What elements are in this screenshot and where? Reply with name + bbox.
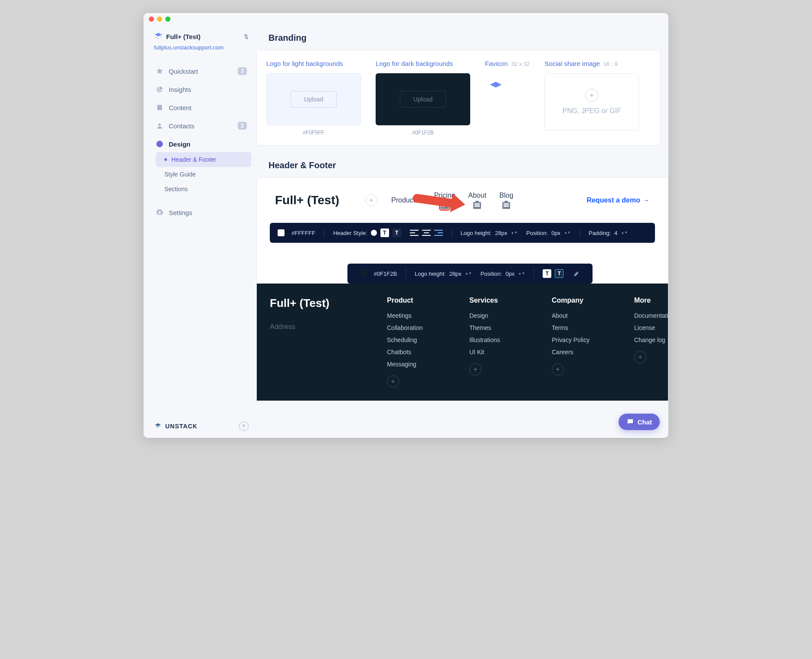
- footer-link[interactable]: UI Kit: [469, 349, 530, 356]
- site-title[interactable]: Full+ (Test): [275, 193, 339, 207]
- hf-title: Header & Footer: [256, 160, 668, 177]
- sidebar-label: Design: [169, 140, 190, 148]
- footer-link[interactable]: Chatbots: [387, 349, 448, 356]
- footer-link[interactable]: Scheduling: [387, 336, 448, 343]
- upload-button[interactable]: Upload: [400, 91, 446, 108]
- footer-link[interactable]: Illustrations: [469, 336, 530, 343]
- favicon-preview[interactable]: [485, 77, 507, 98]
- header-toolbar: #FFFFFF Header Style: T T Logo heigh: [270, 223, 655, 243]
- chat-widget[interactable]: Chat: [619, 414, 660, 430]
- add-nav-button[interactable]: +: [365, 194, 377, 206]
- footer-address[interactable]: Address: [270, 323, 365, 331]
- svg-rect-0: [157, 105, 162, 110]
- footer-link[interactable]: Privacy Policy: [552, 336, 612, 343]
- logo-dark-upload[interactable]: Upload: [376, 73, 470, 125]
- sidebar-item-quickstart[interactable]: Quickstart 3: [151, 63, 251, 79]
- text-dark-button[interactable]: T: [555, 269, 563, 278]
- favicon-col: Favicon 32 x 32: [485, 60, 530, 98]
- sidebar-subitem-style-guide[interactable]: Style Guide: [156, 167, 251, 182]
- footer-add-button[interactable]: +: [387, 375, 399, 388]
- upload-button[interactable]: Upload: [291, 91, 337, 108]
- footer-link[interactable]: Change log: [634, 336, 668, 343]
- stepper[interactable]: ▲▼: [511, 231, 517, 235]
- footer-add-button[interactable]: +: [634, 351, 646, 363]
- footer-link[interactable]: Meetings: [387, 312, 448, 319]
- position-value[interactable]: 0px: [551, 230, 560, 236]
- align-right-button[interactable]: [434, 230, 443, 236]
- leaf-icon[interactable]: [572, 270, 580, 277]
- align-left-button[interactable]: [410, 230, 419, 236]
- footer-link[interactable]: Themes: [469, 324, 530, 331]
- clipboard-icon[interactable]: [473, 202, 481, 209]
- sidebar-item-content[interactable]: Content: [151, 99, 251, 116]
- sidebar-subitem-header-footer[interactable]: Header & Footer: [156, 152, 251, 167]
- logo-light-upload[interactable]: Upload: [266, 73, 361, 125]
- footer-add-button[interactable]: +: [469, 363, 481, 375]
- sidebar-item-insights[interactable]: Insights: [151, 81, 251, 98]
- workspace-url[interactable]: fullplus.unstacksupport.com: [151, 42, 251, 52]
- workspace-switcher[interactable]: Full+ (Test) ⇅: [151, 30, 251, 42]
- footer-link[interactable]: About: [552, 312, 612, 319]
- footer-link[interactable]: Careers: [552, 349, 612, 356]
- footer-add-button[interactable]: +: [552, 363, 564, 375]
- brand-name: UNSTACK: [165, 423, 197, 430]
- main-content: Branding Logo for light backgrounds Uplo…: [256, 25, 668, 438]
- nav-link-pricing[interactable]: Pricing: [434, 192, 455, 209]
- logo-height-label: Logo height:: [461, 230, 492, 236]
- pie-icon: [156, 85, 164, 93]
- footer-link[interactable]: Collaboration: [387, 324, 448, 331]
- logo-dark-col: Logo for dark backgrounds Upload #0F1F2B: [376, 60, 470, 136]
- swatch-icon: [360, 270, 367, 277]
- padding-value[interactable]: 4: [614, 230, 617, 236]
- nav-link-blog[interactable]: Blog: [499, 192, 513, 209]
- social-label: Social share image 16 : 9: [544, 60, 639, 67]
- close-window-icon[interactable]: [149, 16, 154, 22]
- nav-cta[interactable]: Request a demo→: [586, 196, 650, 204]
- nav-link-about[interactable]: About: [468, 192, 487, 209]
- footer-col-heading: Services: [469, 297, 530, 304]
- sidebar-label: Content: [169, 104, 192, 111]
- stack-icon: [488, 80, 504, 95]
- stepper[interactable]: ▲▼: [518, 272, 525, 275]
- footer-site-title[interactable]: Full+ (Test): [270, 297, 365, 310]
- sidebar-subitem-sections[interactable]: Sections: [156, 182, 251, 196]
- footer-link[interactable]: Documentation: [634, 312, 668, 319]
- position-value[interactable]: 0px: [506, 271, 515, 277]
- header-color[interactable]: #FFFFFF: [278, 229, 315, 236]
- sidebar: Full+ (Test) ⇅ fullplus.unstacksupport.c…: [144, 25, 256, 438]
- footer-link[interactable]: Terms: [552, 324, 612, 331]
- sidebar-item-settings[interactable]: Settings: [151, 204, 251, 221]
- stepper[interactable]: ▲▼: [465, 272, 472, 275]
- footer-link[interactable]: Messaging: [387, 361, 448, 368]
- maximize-window-icon[interactable]: [165, 16, 170, 22]
- sidebar-item-contacts[interactable]: Contacts 2: [151, 117, 251, 134]
- stack-icon: [154, 32, 163, 41]
- logo-height-value[interactable]: 28px: [495, 230, 507, 236]
- branding-panel: Logo for light backgrounds Upload #F0F5F…: [256, 50, 661, 146]
- clipboard-icon[interactable]: [502, 202, 510, 209]
- footer-link[interactable]: Design: [469, 312, 530, 319]
- sidebar-item-design[interactable]: Design: [151, 136, 251, 152]
- help-button[interactable]: ?: [239, 421, 249, 431]
- social-hint: PNG, JPEG or GIF: [563, 107, 621, 115]
- minimize-window-icon[interactable]: [157, 16, 162, 22]
- nav-link-product[interactable]: Product ⌄: [391, 196, 421, 204]
- text-light-button[interactable]: T: [543, 269, 551, 278]
- text-light-button[interactable]: T: [380, 228, 389, 237]
- logo-height-value[interactable]: 28px: [449, 271, 462, 277]
- text-dark-button[interactable]: T: [393, 228, 401, 237]
- logo-dark-label: Logo for dark backgrounds: [376, 60, 470, 67]
- sidebar-label: Header & Footer: [171, 156, 216, 163]
- clipboard-icon[interactable]: [441, 202, 449, 209]
- style-toggle[interactable]: [371, 230, 377, 236]
- stepper[interactable]: ▲▼: [564, 231, 571, 235]
- dot-icon: [164, 158, 167, 161]
- header-style-label: Header Style:: [333, 230, 367, 236]
- footer-preview: Full+ (Test) Address Product Meetings Co…: [257, 284, 668, 401]
- stepper[interactable]: ▲▼: [621, 231, 628, 235]
- social-upload[interactable]: + PNG, JPEG or GIF: [544, 73, 639, 130]
- footer-color[interactable]: #0F1F2B: [360, 270, 397, 277]
- align-center-button[interactable]: [422, 230, 431, 236]
- updown-caret-icon: ⇅: [244, 33, 249, 40]
- footer-link[interactable]: License: [634, 324, 668, 331]
